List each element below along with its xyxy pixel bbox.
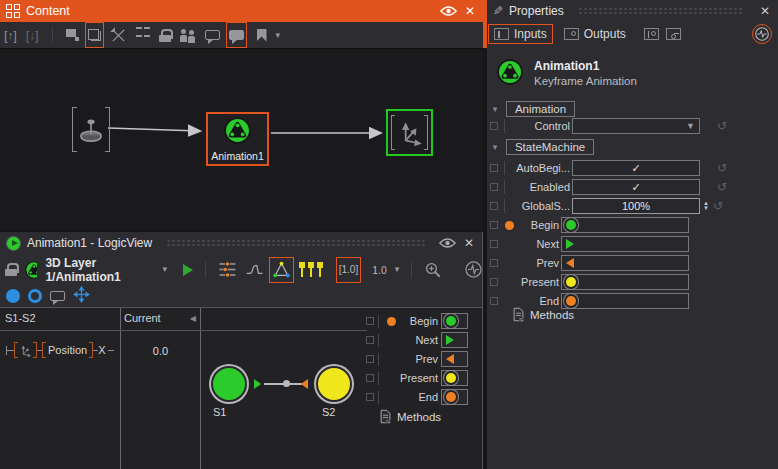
comment-filled-icon[interactable] — [229, 25, 244, 45]
enabled-checkbox[interactable] — [490, 183, 498, 191]
autobegin-checkbox[interactable] — [490, 164, 498, 172]
globalspeed-label: GlobalS... — [509, 200, 570, 212]
globalspeed-checkbox[interactable] — [490, 202, 498, 210]
move-channel-icon[interactable] — [73, 286, 90, 307]
transition-in-icon[interactable] — [301, 379, 308, 389]
node-animation1[interactable]: Animation1 — [206, 112, 269, 166]
end-checkbox[interactable] — [490, 297, 498, 305]
reset-icon[interactable]: ↺ — [713, 200, 723, 212]
node-target[interactable] — [386, 109, 433, 156]
next-field[interactable] — [441, 332, 468, 348]
content-close-icon[interactable]: ✕ — [463, 5, 477, 17]
import-down-icon[interactable]: [↓] — [26, 25, 39, 45]
panel-visibility-eye-icon[interactable] — [440, 5, 457, 17]
begin-field[interactable] — [441, 313, 468, 329]
lock-icon[interactable] — [5, 260, 17, 280]
transition-out-icon[interactable] — [254, 379, 261, 389]
state-s2[interactable] — [316, 366, 352, 402]
logicview-close-icon[interactable]: ✕ — [462, 237, 476, 249]
monitor-wave-icon[interactable] — [464, 260, 483, 280]
bookmark-icon[interactable] — [257, 25, 267, 45]
control-checkbox[interactable] — [490, 122, 498, 130]
channels-icon[interactable] — [218, 260, 237, 280]
transition-midpoint[interactable] — [283, 380, 290, 387]
enabled-field[interactable]: ✓ — [572, 179, 700, 195]
path-dropdown-caret-icon[interactable]: ▾ — [162, 265, 167, 274]
prev-field[interactable] — [441, 351, 468, 367]
flag-pin-icon[interactable] — [66, 25, 79, 45]
content-panel-header[interactable]: Content ✕ — [0, 0, 483, 22]
reset-icon[interactable]: ↺ — [717, 181, 727, 193]
layers-icon[interactable] — [88, 25, 101, 45]
zoom-in-icon[interactable] — [424, 260, 442, 280]
node-graph-canvas[interactable]: Animation1 — [0, 48, 483, 231]
zoom-caret-icon[interactable]: ▾ — [395, 265, 400, 274]
comment-outline-icon[interactable] — [205, 25, 220, 45]
comment-icon[interactable] — [50, 286, 65, 306]
sort-indicator-icon[interactable]: ◀ — [190, 314, 196, 323]
column-divider[interactable] — [120, 308, 121, 469]
panel-visibility-eye-icon[interactable] — [439, 237, 456, 249]
column-header-name[interactable]: S1-S2 — [5, 312, 36, 324]
end-checkbox[interactable] — [366, 393, 374, 401]
ring-channel-icon[interactable] — [28, 289, 42, 303]
logic-row-prev: Prev — [366, 350, 478, 368]
curve-editor-icon[interactable] — [245, 260, 264, 280]
prev-checkbox[interactable] — [366, 355, 374, 363]
begin-field[interactable] — [561, 217, 689, 233]
section-collapse-icon[interactable]: ▼ — [491, 105, 499, 114]
reset-icon[interactable]: ↺ — [717, 162, 727, 174]
zoom-value[interactable]: 1.0 — [372, 264, 387, 276]
value-channel-icon[interactable] — [6, 289, 20, 303]
properties-panel-header[interactable]: ✎ Properties ✕ — [487, 0, 778, 22]
play-button[interactable] — [183, 264, 193, 276]
next-field[interactable] — [561, 236, 689, 252]
collapse-nodes-icon[interactable] — [110, 25, 127, 45]
present-field[interactable] — [561, 274, 689, 290]
panel-divider-horizontal[interactable] — [0, 230, 483, 232]
node-source[interactable] — [72, 107, 110, 152]
column-header-current[interactable]: Current ◀ — [124, 312, 196, 324]
bookmark-caret-icon[interactable]: ▾ — [276, 31, 281, 40]
users-icon[interactable] — [180, 25, 196, 45]
begin-checkbox[interactable] — [490, 221, 498, 229]
end-field[interactable] — [561, 293, 689, 309]
properties-close-icon[interactable]: ✕ — [758, 5, 772, 17]
next-checkbox[interactable] — [366, 336, 374, 344]
autobegin-field[interactable]: ✓ — [572, 160, 700, 176]
zoom-preset-button[interactable]: [1.0] — [339, 260, 358, 280]
section-animation[interactable]: ▼ Animation — [491, 101, 575, 117]
methods-group[interactable]: Methods — [378, 409, 441, 424]
section-statemachine[interactable]: ▼ StateMachine — [491, 139, 594, 155]
tab-inputs[interactable]: Inputs — [489, 25, 552, 43]
control-dropdown[interactable]: ▼ — [572, 118, 700, 134]
split-io-icon[interactable] — [666, 28, 681, 40]
present-checkbox[interactable] — [490, 278, 498, 286]
state-graph-icon[interactable] — [272, 260, 291, 280]
present-checkbox[interactable] — [366, 374, 374, 382]
logicview-panel-header[interactable]: Animation1 - LogicView ✕ — [0, 232, 482, 254]
prev-field[interactable] — [561, 255, 689, 271]
tab-outputs[interactable]: Outputs — [559, 25, 631, 43]
keyframe-pins-icon[interactable] — [299, 260, 323, 280]
prev-checkbox[interactable] — [490, 259, 498, 267]
grid-icon[interactable] — [136, 25, 150, 45]
end-field[interactable] — [441, 389, 468, 405]
column-divider[interactable] — [200, 308, 201, 469]
next-checkbox[interactable] — [490, 240, 498, 248]
inputs-outputs-icon[interactable] — [644, 28, 659, 40]
section-collapse-icon[interactable]: ▼ — [491, 143, 499, 152]
spinner-icon[interactable]: ▲▼ — [703, 201, 709, 211]
begin-checkbox[interactable] — [366, 317, 374, 325]
state-s1[interactable] — [211, 366, 247, 402]
globalspeed-field[interactable]: 100% — [572, 198, 700, 214]
lock-icon[interactable] — [159, 25, 171, 45]
keyframe-animation-icon — [224, 117, 251, 144]
channel-row-position-x[interactable]: Position X — [6, 341, 114, 359]
current-value[interactable]: 0.0 — [121, 345, 200, 357]
present-field[interactable] — [441, 370, 468, 386]
reset-icon[interactable]: ↺ — [717, 120, 727, 132]
export-up-icon[interactable]: [↑] — [4, 25, 17, 45]
animation-monitor-icon[interactable] — [752, 24, 772, 44]
methods-group[interactable]: Methods — [511, 307, 574, 322]
